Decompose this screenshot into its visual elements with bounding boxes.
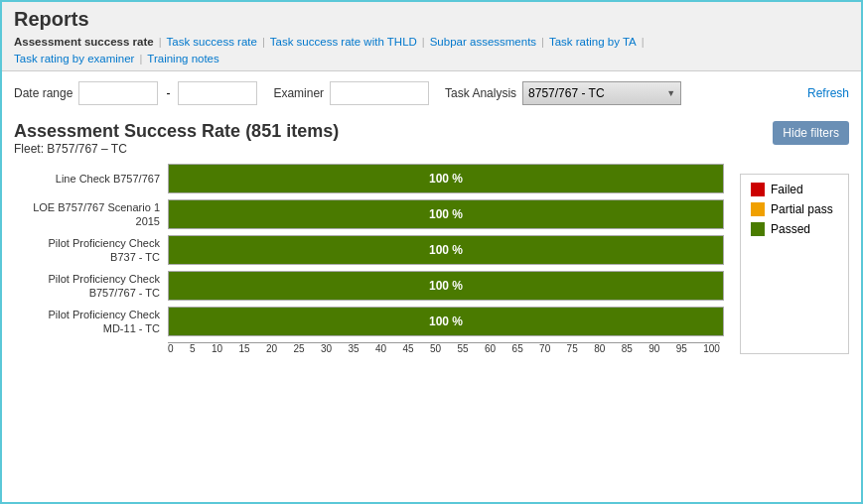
chart-area: Line Check B757/767100 %LOE B757/767 Sce…: [14, 164, 849, 354]
task-analysis-label: Task Analysis: [445, 86, 516, 100]
bar-value-text: 100 %: [429, 279, 463, 293]
legend-label-partial: Partial pass: [771, 202, 833, 216]
x-axis-label: 70: [539, 343, 550, 354]
x-axis-label: 30: [321, 343, 332, 354]
bar-wrapper: 100 %: [168, 235, 724, 265]
bar-value-text: 100 %: [429, 207, 463, 221]
x-axis-label: 20: [266, 343, 277, 354]
task-analysis-select-wrapper: 8757/767 - TC: [522, 81, 681, 105]
x-axis-label: 60: [485, 343, 496, 354]
bar-label: Pilot Proficiency Check B737 - TC: [14, 236, 168, 265]
hide-filters-button[interactable]: Hide filters: [773, 121, 849, 145]
x-axis-label: 40: [375, 343, 386, 354]
examiner-input[interactable]: [330, 81, 429, 105]
bar-label: Line Check B757/767: [14, 172, 168, 186]
bar-fill: 100 %: [169, 200, 723, 228]
page-title: Reports: [14, 8, 849, 31]
examiner-group: Examiner: [273, 81, 429, 105]
task-analysis-group: Task Analysis 8757/767 - TC: [445, 81, 681, 105]
bar-fill: 100 %: [169, 308, 723, 335]
x-axis-label: 90: [648, 343, 659, 354]
task-analysis-select[interactable]: 8757/767 - TC: [522, 81, 681, 105]
bar-row: Pilot Proficiency Check B757/767 - TC100…: [14, 271, 724, 301]
examiner-label: Examiner: [273, 86, 324, 100]
x-axis-label: 45: [403, 343, 414, 354]
nav-tabs-row2: Task rating by examiner | Training notes: [14, 53, 849, 70]
tab-training-notes[interactable]: Training notes: [147, 53, 218, 64]
bar-label: Pilot Proficiency Check MD-11 - TC: [14, 308, 168, 336]
x-axis-label: 50: [430, 343, 441, 354]
bar-fill: 100 %: [169, 236, 723, 264]
chart-section: Assessment Success Rate (851 items) Flee…: [2, 115, 861, 502]
tab-task-rating-ta[interactable]: Task rating by TA: [549, 36, 637, 48]
x-axis-label: 55: [458, 343, 469, 354]
x-axis-label: 15: [238, 343, 249, 354]
x-axis-label: 0: [168, 343, 174, 354]
bar-row: LOE B757/767 Scenario 1 2015100 %: [14, 199, 724, 229]
nav-tabs: Assessment success rate | Task success r…: [14, 35, 849, 53]
bar-wrapper: 100 %: [168, 164, 724, 193]
header: Reports Assessment success rate | Task s…: [2, 2, 861, 71]
bar-chart: Line Check B757/767100 %LOE B757/767 Sce…: [14, 164, 724, 354]
x-axis-label: 85: [622, 343, 633, 354]
fleet-label: Fleet:: [14, 142, 44, 156]
bar-row: Line Check B757/767100 %: [14, 164, 724, 193]
x-axis-label: 25: [293, 343, 304, 354]
date-to-input[interactable]: [178, 81, 257, 105]
bar-wrapper: 100 %: [168, 199, 724, 229]
x-axis-label: 75: [567, 343, 578, 354]
legend-label-failed: Failed: [771, 183, 803, 196]
legend-color-passed: [751, 222, 765, 236]
bars-container: Line Check B757/767100 %LOE B757/767 Sce…: [14, 164, 724, 336]
x-axis-label: 35: [348, 343, 359, 354]
legend-label-passed: Passed: [771, 222, 810, 236]
x-axis-label: 65: [512, 343, 523, 354]
chart-title-block: Assessment Success Rate (851 items) Flee…: [14, 121, 339, 156]
filters-row: Date range - Examiner Task Analysis 8757…: [2, 71, 861, 115]
x-axis-label: 100: [703, 343, 720, 354]
bar-label: LOE B757/767 Scenario 1 2015: [14, 200, 168, 229]
bar-row: Pilot Proficiency Check B737 - TC100 %: [14, 235, 724, 265]
bar-wrapper: 100 %: [168, 307, 724, 336]
chart-main: Line Check B757/767100 %LOE B757/767 Sce…: [14, 164, 724, 354]
x-axis: 0510152025303540455055606570758085909510…: [168, 342, 724, 354]
bar-fill: 100 %: [169, 165, 723, 192]
bar-label: Pilot Proficiency Check B757/767 - TC: [14, 272, 168, 301]
tab-assessment-success-rate[interactable]: Assessment success rate: [14, 36, 154, 48]
x-axis-label: 95: [676, 343, 687, 354]
legend-color-partial: [751, 202, 765, 216]
bar-value-text: 100 %: [429, 172, 463, 186]
date-from-input[interactable]: [78, 81, 158, 105]
chart-header: Assessment Success Rate (851 items) Flee…: [14, 121, 849, 156]
date-range-group: Date range -: [14, 81, 257, 105]
bar-value-text: 100 %: [429, 315, 463, 328]
tab-subpar-assessments[interactable]: Subpar assessments: [430, 36, 536, 48]
legend-item-partial: Partial pass: [751, 202, 838, 216]
x-axis-labels: 0510152025303540455055606570758085909510…: [168, 342, 720, 354]
fleet-value: B757/767 – TC: [47, 142, 127, 156]
date-range-label: Date range: [14, 86, 72, 100]
legend: Failed Partial pass Passed: [740, 174, 849, 354]
legend-color-failed: [751, 183, 765, 196]
x-axis-label: 5: [190, 343, 196, 354]
tab-task-rating-examiner[interactable]: Task rating by examiner: [14, 53, 134, 64]
chart-fleet: Fleet: B757/767 – TC: [14, 142, 339, 156]
bar-wrapper: 100 %: [168, 271, 724, 301]
page-wrapper: Reports Assessment success rate | Task s…: [2, 2, 861, 502]
tab-task-success-rate[interactable]: Task success rate: [167, 36, 257, 48]
bar-value-text: 100 %: [429, 243, 463, 257]
refresh-button[interactable]: Refresh: [807, 86, 849, 100]
legend-item-passed: Passed: [751, 222, 838, 236]
chart-title: Assessment Success Rate (851 items): [14, 121, 339, 142]
x-axis-label: 10: [212, 343, 222, 354]
tab-task-success-rate-thld[interactable]: Task success rate with THLD: [270, 36, 417, 48]
bar-row: Pilot Proficiency Check MD-11 - TC100 %: [14, 307, 724, 336]
legend-item-failed: Failed: [751, 183, 838, 196]
bar-fill: 100 %: [169, 272, 723, 300]
x-axis-label: 80: [594, 343, 605, 354]
